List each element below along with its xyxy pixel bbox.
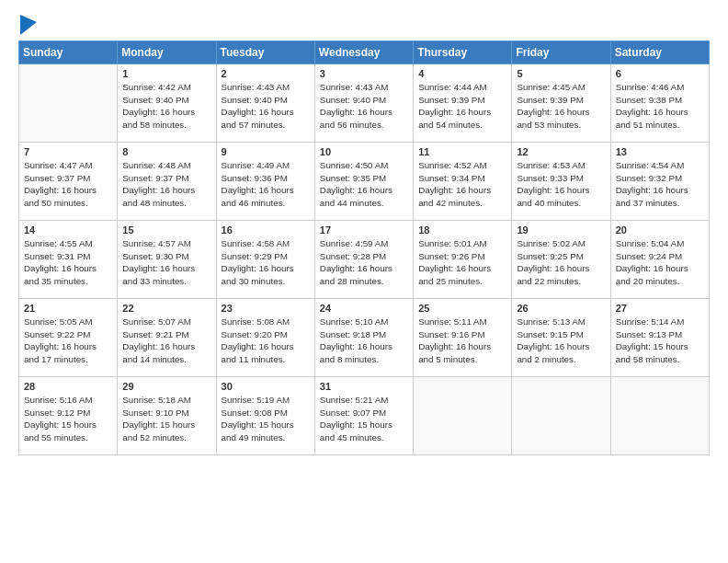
day-number: 8 <box>122 146 210 157</box>
day-info: Sunrise: 5:19 AMSunset: 9:08 PMDaylight:… <box>222 394 310 444</box>
day-number: 10 <box>320 146 408 157</box>
calendar-week-row: 28Sunrise: 5:16 AMSunset: 9:12 PMDayligh… <box>19 377 710 455</box>
day-number: 4 <box>418 68 506 79</box>
day-info: Sunrise: 5:18 AMSunset: 9:10 PMDaylight:… <box>122 394 210 444</box>
calendar-day-cell: 2Sunrise: 4:43 AMSunset: 9:40 PMDaylight… <box>216 64 314 143</box>
calendar-day-cell: 17Sunrise: 4:59 AMSunset: 9:28 PMDayligh… <box>314 221 413 299</box>
calendar-day-cell: 19Sunrise: 5:02 AMSunset: 9:25 PMDayligh… <box>512 221 610 299</box>
calendar-day-cell <box>512 377 610 455</box>
day-info: Sunrise: 4:42 AMSunset: 9:40 PMDaylight:… <box>122 81 210 132</box>
day-number: 27 <box>616 303 704 314</box>
day-number: 16 <box>222 224 310 236</box>
logo-icon <box>20 15 37 35</box>
page: SundayMondayTuesdayWednesdayThursdayFrid… <box>0 0 728 563</box>
day-info: Sunrise: 5:01 AMSunset: 9:26 PMDaylight:… <box>418 237 506 288</box>
calendar-body: 1Sunrise: 4:42 AMSunset: 9:40 PMDaylight… <box>19 64 710 455</box>
day-info: Sunrise: 5:14 AMSunset: 9:13 PMDaylight:… <box>616 316 704 366</box>
day-info: Sunrise: 5:05 AMSunset: 9:22 PMDaylight:… <box>24 316 112 366</box>
day-number: 29 <box>122 381 210 392</box>
weekday-header: Monday <box>118 41 216 64</box>
day-info: Sunrise: 4:50 AMSunset: 9:35 PMDaylight:… <box>320 159 408 210</box>
calendar-day-cell: 9Sunrise: 4:49 AMSunset: 9:36 PMDaylight… <box>216 143 314 221</box>
calendar-day-cell <box>610 377 709 455</box>
calendar-week-row: 21Sunrise: 5:05 AMSunset: 9:22 PMDayligh… <box>19 299 710 377</box>
day-info: Sunrise: 4:46 AMSunset: 9:38 PMDaylight:… <box>616 81 704 132</box>
calendar-day-cell: 12Sunrise: 4:53 AMSunset: 9:33 PMDayligh… <box>512 143 610 221</box>
day-number: 18 <box>418 224 506 236</box>
day-info: Sunrise: 5:13 AMSunset: 9:15 PMDaylight:… <box>517 316 605 366</box>
day-number: 28 <box>24 381 112 392</box>
day-number: 14 <box>24 224 112 236</box>
weekday-header: Tuesday <box>216 41 314 64</box>
day-info: Sunrise: 5:21 AMSunset: 9:07 PMDaylight:… <box>320 394 408 444</box>
day-number: 13 <box>616 146 704 157</box>
calendar-day-cell: 23Sunrise: 5:08 AMSunset: 9:20 PMDayligh… <box>216 299 314 377</box>
calendar-day-cell: 26Sunrise: 5:13 AMSunset: 9:15 PMDayligh… <box>512 299 610 377</box>
calendar-day-cell: 3Sunrise: 4:43 AMSunset: 9:40 PMDaylight… <box>314 64 413 143</box>
header <box>18 15 710 35</box>
calendar-week-row: 14Sunrise: 4:55 AMSunset: 9:31 PMDayligh… <box>19 221 710 299</box>
day-number: 31 <box>320 381 408 392</box>
day-info: Sunrise: 4:55 AMSunset: 9:31 PMDaylight:… <box>24 237 112 288</box>
calendar-header: SundayMondayTuesdayWednesdayThursdayFrid… <box>19 41 710 64</box>
header-row: SundayMondayTuesdayWednesdayThursdayFrid… <box>19 41 710 64</box>
day-number: 20 <box>616 224 704 236</box>
day-number: 17 <box>320 224 408 236</box>
calendar-day-cell: 15Sunrise: 4:57 AMSunset: 9:30 PMDayligh… <box>118 221 216 299</box>
calendar-week-row: 7Sunrise: 4:47 AMSunset: 9:37 PMDaylight… <box>19 143 710 221</box>
day-info: Sunrise: 4:43 AMSunset: 9:40 PMDaylight:… <box>222 81 310 132</box>
day-info: Sunrise: 5:11 AMSunset: 9:16 PMDaylight:… <box>418 316 506 366</box>
calendar-day-cell: 22Sunrise: 5:07 AMSunset: 9:21 PMDayligh… <box>118 299 216 377</box>
calendar-day-cell: 13Sunrise: 4:54 AMSunset: 9:32 PMDayligh… <box>610 143 709 221</box>
calendar-day-cell: 25Sunrise: 5:11 AMSunset: 9:16 PMDayligh… <box>414 299 512 377</box>
weekday-header: Wednesday <box>314 41 413 64</box>
day-info: Sunrise: 5:08 AMSunset: 9:20 PMDaylight:… <box>222 316 310 366</box>
calendar-day-cell: 29Sunrise: 5:18 AMSunset: 9:10 PMDayligh… <box>118 377 216 455</box>
day-info: Sunrise: 4:45 AMSunset: 9:39 PMDaylight:… <box>517 81 605 132</box>
calendar-day-cell: 24Sunrise: 5:10 AMSunset: 9:18 PMDayligh… <box>314 299 413 377</box>
calendar-day-cell: 7Sunrise: 4:47 AMSunset: 9:37 PMDaylight… <box>19 143 118 221</box>
weekday-header: Friday <box>512 41 610 64</box>
calendar-day-cell: 1Sunrise: 4:42 AMSunset: 9:40 PMDaylight… <box>118 64 216 143</box>
day-number: 12 <box>517 146 605 157</box>
day-number: 25 <box>418 303 506 314</box>
day-info: Sunrise: 4:48 AMSunset: 9:37 PMDaylight:… <box>122 159 210 210</box>
day-info: Sunrise: 5:04 AMSunset: 9:24 PMDaylight:… <box>616 237 704 288</box>
weekday-header: Sunday <box>19 41 118 64</box>
logo <box>18 15 37 35</box>
day-number: 7 <box>24 146 112 157</box>
day-number: 11 <box>418 146 506 157</box>
day-number: 26 <box>517 303 605 314</box>
calendar-day-cell: 5Sunrise: 4:45 AMSunset: 9:39 PMDaylight… <box>512 64 610 143</box>
day-info: Sunrise: 4:47 AMSunset: 9:37 PMDaylight:… <box>24 159 112 210</box>
day-info: Sunrise: 4:59 AMSunset: 9:28 PMDaylight:… <box>320 237 408 288</box>
day-number: 30 <box>222 381 310 392</box>
day-number: 3 <box>320 68 408 79</box>
calendar-day-cell: 8Sunrise: 4:48 AMSunset: 9:37 PMDaylight… <box>118 143 216 221</box>
day-info: Sunrise: 5:07 AMSunset: 9:21 PMDaylight:… <box>122 316 210 366</box>
calendar-day-cell: 6Sunrise: 4:46 AMSunset: 9:38 PMDaylight… <box>610 64 709 143</box>
calendar-day-cell <box>19 64 118 143</box>
day-number: 22 <box>122 303 210 314</box>
day-number: 5 <box>517 68 605 79</box>
day-info: Sunrise: 4:57 AMSunset: 9:30 PMDaylight:… <box>122 237 210 288</box>
day-info: Sunrise: 5:10 AMSunset: 9:18 PMDaylight:… <box>320 316 408 366</box>
svg-marker-0 <box>20 15 37 35</box>
calendar-day-cell: 28Sunrise: 5:16 AMSunset: 9:12 PMDayligh… <box>19 377 118 455</box>
day-info: Sunrise: 5:02 AMSunset: 9:25 PMDaylight:… <box>517 237 605 288</box>
calendar-day-cell: 10Sunrise: 4:50 AMSunset: 9:35 PMDayligh… <box>314 143 413 221</box>
day-number: 24 <box>320 303 408 314</box>
calendar-week-row: 1Sunrise: 4:42 AMSunset: 9:40 PMDaylight… <box>19 64 710 143</box>
day-info: Sunrise: 4:49 AMSunset: 9:36 PMDaylight:… <box>222 159 310 210</box>
calendar-day-cell: 30Sunrise: 5:19 AMSunset: 9:08 PMDayligh… <box>216 377 314 455</box>
day-number: 23 <box>222 303 310 314</box>
day-number: 9 <box>222 146 310 157</box>
day-info: Sunrise: 4:43 AMSunset: 9:40 PMDaylight:… <box>320 81 408 132</box>
calendar-day-cell: 21Sunrise: 5:05 AMSunset: 9:22 PMDayligh… <box>19 299 118 377</box>
calendar-day-cell: 27Sunrise: 5:14 AMSunset: 9:13 PMDayligh… <box>610 299 709 377</box>
day-number: 1 <box>122 68 210 79</box>
calendar-day-cell: 18Sunrise: 5:01 AMSunset: 9:26 PMDayligh… <box>414 221 512 299</box>
calendar-day-cell: 16Sunrise: 4:58 AMSunset: 9:29 PMDayligh… <box>216 221 314 299</box>
calendar-day-cell: 20Sunrise: 5:04 AMSunset: 9:24 PMDayligh… <box>610 221 709 299</box>
day-info: Sunrise: 4:44 AMSunset: 9:39 PMDaylight:… <box>418 81 506 132</box>
